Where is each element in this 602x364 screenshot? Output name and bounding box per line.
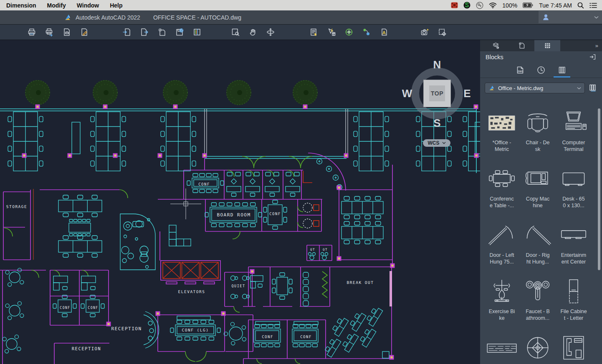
highlight-wall [390, 271, 392, 306]
render-region-button[interactable] [436, 26, 448, 38]
viewcube-south[interactable]: S [433, 117, 440, 130]
entertainment-center-thumbnail [557, 221, 590, 250]
orbit-button[interactable] [265, 26, 276, 38]
render-settings-button[interactable] [419, 26, 430, 38]
spotlight-search-icon[interactable] [577, 2, 584, 9]
block-item-chair-de[interactable]: Chair - Desk [520, 106, 556, 163]
block-label: Entertainment Center [561, 252, 586, 265]
subtab-drawing-icon[interactable] [516, 65, 525, 75]
annotation-button[interactable] [378, 26, 390, 38]
save-web-button[interactable] [174, 26, 185, 38]
page-setup-button[interactable] [61, 26, 73, 38]
block-item-conferenc[interactable]: Conference Table -... [484, 163, 520, 219]
block-item-faucet-b[interactable]: Faucet - Bathroom... [520, 275, 556, 331]
lounge-furniture [120, 214, 328, 348]
blocks-grid: *Office -MetricChair - DeskComputerTermi… [484, 106, 592, 364]
drawing-canvas[interactable]: STORAGECONFBOARD ROOMCONFQTQTELEVATORSQU… [0, 40, 480, 364]
panel-scrollbar[interactable] [598, 108, 600, 270]
tab-external-references[interactable] [508, 40, 534, 51]
point-style-button[interactable] [361, 26, 372, 38]
app-titlebar: Autodesk AutoCAD 2022 OFFICE SPACE - AUT… [0, 10, 602, 25]
panel-collapse-icon[interactable] [589, 53, 597, 61]
block-label: Copy Machine [526, 196, 549, 209]
viewcube-west[interactable]: W [402, 87, 412, 100]
viewcube-top-face[interactable]: TOP [424, 80, 450, 107]
chair-desk-thumbnail [521, 109, 554, 137]
furniture-blocks [3, 112, 480, 358]
exercise-bike-thumbnail [485, 278, 519, 306]
desk-thumbnail [557, 165, 590, 193]
conference-table-thumbnail [485, 165, 519, 193]
block-item-item-14[interactable] [520, 331, 556, 364]
battery-icon[interactable] [523, 3, 534, 8]
tree-icons [25, 80, 318, 105]
office-plan-thumbnail [485, 109, 519, 137]
computer-terminal-thumbnail [557, 109, 590, 137]
block-label: *Office -Metric [493, 139, 511, 153]
block-item-item-13[interactable] [484, 331, 520, 364]
chevron-down-icon [577, 87, 581, 90]
more-tabs-button[interactable]: » [592, 40, 602, 51]
menu-item-modify[interactable]: Modify [42, 0, 71, 10]
partition-walls [0, 153, 392, 364]
plot-edit-button[interactable] [78, 26, 90, 38]
block-label: File Cabinet - Letter [560, 308, 587, 321]
block-item-exercise-bi[interactable]: Exercise Bike [484, 275, 520, 331]
ucs-dropdown[interactable]: WCS [423, 139, 450, 147]
export-button[interactable] [139, 26, 150, 38]
viewcube-north[interactable]: N [433, 58, 441, 71]
geolocation-button[interactable] [343, 26, 355, 38]
block-label: Conference Table -... [490, 196, 514, 209]
film-app-icon[interactable] [451, 2, 458, 8]
app-title: Autodesk AutoCAD 2022 [76, 14, 140, 21]
clock-text: Tue 7:45 AM [539, 2, 572, 9]
menu-item-window[interactable]: Window [71, 0, 105, 10]
subtab-libraries-icon[interactable] [557, 65, 567, 75]
faucet-thumbnail [521, 278, 554, 306]
block-label: Door - Right Hung... [526, 252, 550, 265]
desk-phone-thumbnail [557, 334, 590, 362]
block-item-office[interactable]: *Office -Metric [484, 106, 520, 163]
svg-text:RECEPTION: RECEPTION [111, 326, 142, 331]
properties-button[interactable] [308, 26, 320, 38]
menu-item-dimension[interactable]: Dimension [0, 0, 42, 10]
block-item-computer[interactable]: ComputerTerminal [556, 106, 592, 163]
pan-button[interactable] [247, 26, 259, 38]
tab-layers[interactable] [483, 40, 508, 51]
block-item-item-15[interactable] [556, 331, 592, 364]
wifi-icon[interactable] [489, 3, 497, 8]
keychain-icon[interactable] [476, 2, 483, 9]
toolbar-group-2 [121, 24, 203, 40]
block-item-copy-mac[interactable]: Copy Machine [520, 163, 556, 219]
block-item-entertainm[interactable]: Entertainment Center [556, 219, 592, 275]
block-label: Desk - 650 x 130... [562, 196, 585, 209]
control-center-icon[interactable] [589, 3, 597, 8]
print-button[interactable] [26, 26, 38, 38]
blocks-subtabs [480, 63, 602, 78]
import-button[interactable] [121, 26, 133, 38]
zoom-window-button[interactable] [230, 26, 241, 38]
drawing-compare-button[interactable] [191, 26, 203, 38]
viewcube-east[interactable]: E [463, 87, 470, 100]
attach-button[interactable] [156, 26, 168, 38]
quick-select-button[interactable] [326, 26, 337, 38]
browse-libraries-button[interactable] [587, 82, 599, 94]
palette-tabs: » [480, 40, 602, 51]
block-item-door-left[interactable]: Door - LeftHung 75... [484, 219, 520, 275]
subtab-recent-icon[interactable] [536, 65, 546, 75]
door-left-thumbnail [485, 221, 519, 250]
menu-item-help[interactable]: Help [104, 0, 128, 10]
shortcuts-app-icon[interactable] [463, 2, 470, 9]
file-cabinet-thumbnail [557, 278, 590, 306]
menu-items: DimensionModifyWindowHelp [0, 0, 128, 10]
block-label: Chair - Desk [526, 139, 550, 153]
print-batch-button[interactable] [43, 26, 55, 38]
block-item-desk-65[interactable]: Desk - 650 x 130... [556, 163, 592, 219]
block-item-file-cabine[interactable]: File Cabinet - Letter [556, 275, 592, 331]
sign-in-control[interactable] [539, 11, 602, 23]
block-item-door-rig[interactable]: Door - Right Hung... [520, 219, 556, 275]
block-label: Faucet - Bathroom... [526, 308, 550, 321]
toolbar-group-5 [419, 24, 448, 40]
tab-blocks[interactable] [534, 40, 560, 51]
library-dropdown[interactable]: Office - Metric.dwg [485, 83, 585, 93]
